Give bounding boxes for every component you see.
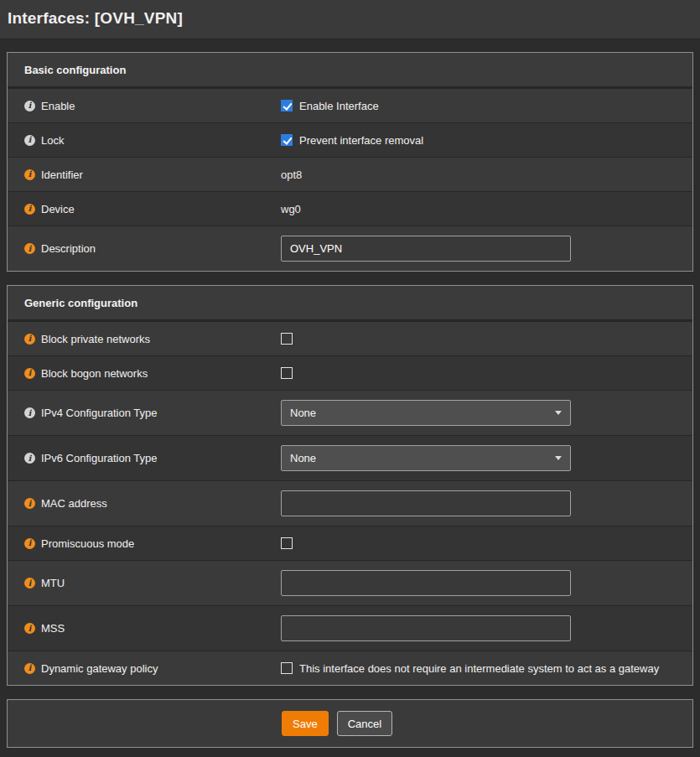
field-label-lock: Lock [41,134,64,147]
ipv4-type-selected-value: None [290,407,316,419]
info-icon[interactable] [24,169,35,180]
row-description: Description [8,226,692,271]
info-icon[interactable] [24,498,35,509]
ipv4-type-select[interactable]: None [281,400,571,426]
info-icon[interactable] [24,407,35,418]
field-label-identifier: Identifier [41,169,83,181]
ipv6-type-selected-value: None [290,452,316,464]
description-input[interactable] [281,236,571,262]
row-mtu: MTU [8,560,692,605]
dynamic-gateway-checkbox[interactable] [281,662,293,674]
info-icon[interactable] [24,623,35,634]
panel-generic-configuration: Generic configuration Block private netw… [7,285,693,686]
info-icon[interactable] [24,204,35,215]
field-label-mss: MSS [41,622,65,635]
info-icon[interactable] [24,135,35,146]
page-header: Interfaces: [OVH_VPN] [0,0,700,39]
row-block-private-networks: Block private networks [8,321,692,355]
identifier-value: opt8 [281,169,302,181]
section-title-generic: Generic configuration [8,286,692,321]
form-actions: Save Cancel [7,699,693,748]
main-content: Basic configuration Enable Enable Interf… [0,39,700,748]
device-value: wg0 [281,203,301,215]
row-lock: Lock Prevent interface removal [8,122,692,157]
row-enable: Enable Enable Interface [8,88,692,122]
dynamic-gateway-checkbox-label: This interface does not require an inter… [299,662,659,675]
save-button[interactable]: Save [282,711,329,736]
field-label-ipv4-type: IPv4 Configuration Type [41,407,158,419]
lock-checkbox-label: Prevent interface removal [299,134,423,147]
page-title: Interfaces: [OVH_VPN] [0,0,700,28]
enable-checkbox[interactable] [281,100,293,111]
cancel-button[interactable]: Cancel [337,711,392,736]
enable-checkbox-label: Enable Interface [299,100,379,112]
ipv6-type-select[interactable]: None [281,445,571,471]
block-private-checkbox[interactable] [281,333,293,345]
row-block-bogon-networks: Block bogon networks [8,355,692,390]
chevron-down-icon [555,456,562,460]
mtu-input[interactable] [281,570,571,596]
field-label-promiscuous: Promiscuous mode [41,537,134,550]
chevron-down-icon [555,411,562,415]
row-mss: MSS [8,605,692,651]
field-label-device: Device [41,203,75,215]
section-title-basic: Basic configuration [8,53,692,88]
field-label-ipv6-type: IPv6 Configuration Type [41,452,158,464]
field-label-enable: Enable [41,100,75,112]
lock-checkbox[interactable] [281,134,293,146]
block-bogon-checkbox[interactable] [281,367,293,379]
info-icon[interactable] [24,663,35,674]
info-icon[interactable] [24,538,35,549]
row-dynamic-gateway-policy: Dynamic gateway policy This interface do… [8,651,692,685]
row-mac-address: MAC address [8,480,692,526]
mss-input[interactable] [281,615,571,641]
row-promiscuous-mode: Promiscuous mode [8,526,692,560]
row-device: Device wg0 [8,191,692,226]
row-ipv4-configuration-type: IPv4 Configuration Type None [8,390,692,435]
info-icon[interactable] [24,368,35,379]
field-label-mac-address: MAC address [41,497,107,510]
promiscuous-checkbox[interactable] [281,537,293,549]
mac-address-input[interactable] [281,490,571,516]
field-label-block-private: Block private networks [41,333,150,345]
field-label-block-bogon: Block bogon networks [41,367,148,380]
row-ipv6-configuration-type: IPv6 Configuration Type None [8,435,692,480]
info-icon[interactable] [24,334,35,345]
info-icon[interactable] [24,101,35,111]
field-label-dynamic-gateway: Dynamic gateway policy [41,662,158,675]
panel-basic-configuration: Basic configuration Enable Enable Interf… [7,52,693,272]
row-identifier: Identifier opt8 [8,157,692,191]
info-icon[interactable] [24,243,35,254]
field-label-mtu: MTU [41,577,65,589]
info-icon[interactable] [24,578,35,588]
info-icon[interactable] [24,453,35,464]
field-label-description: Description [41,242,96,255]
